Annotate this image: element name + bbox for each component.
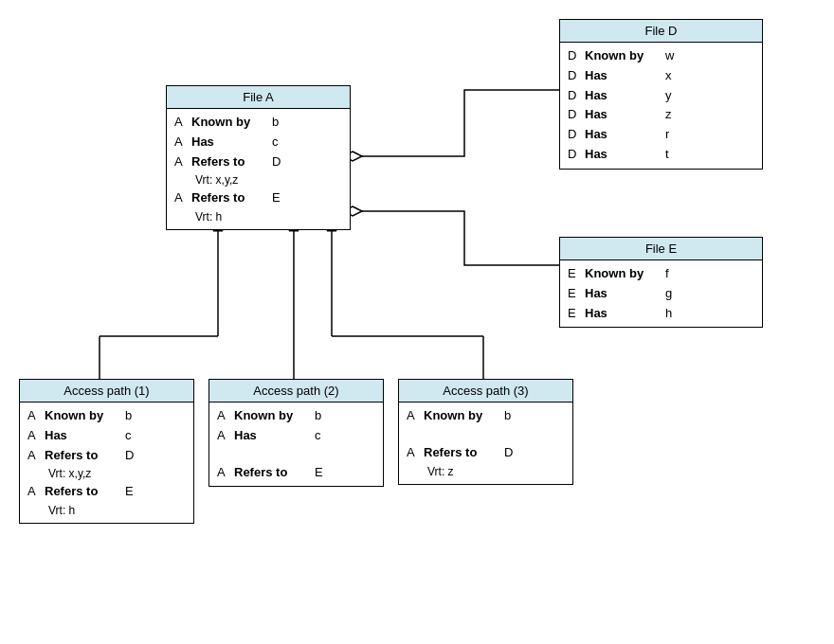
access-path-2-box: Access path (2) A Known by b A Has c A R… bbox=[208, 379, 384, 487]
table-row: A Refers to D bbox=[27, 446, 186, 466]
table-row: A Known by b bbox=[174, 113, 342, 133]
ap2-body: A Known by b A Has c A Refers to E bbox=[209, 402, 383, 486]
table-row: A Has c bbox=[217, 426, 375, 446]
ap1-header: Access path (1) bbox=[20, 380, 193, 402]
table-row: A Known by b bbox=[407, 406, 565, 426]
table-row: D Has t bbox=[568, 145, 754, 165]
line-a-to-d bbox=[362, 90, 559, 156]
ap3-header: Access path (3) bbox=[399, 380, 572, 402]
table-row: A Refers to E bbox=[27, 482, 186, 502]
table-row: E Has g bbox=[568, 284, 754, 304]
file-d-box: File D D Known by w D Has x D Has y D Ha… bbox=[559, 19, 763, 170]
file-e-body: E Known by f E Has g E Has h bbox=[560, 260, 762, 327]
file-a-box: File A A Known by b A Has c A Refers to … bbox=[166, 85, 351, 230]
file-a-header: File A bbox=[167, 86, 350, 109]
table-row: D Has z bbox=[568, 105, 754, 125]
sub-row: Vrt: x,y,z bbox=[174, 171, 342, 188]
sub-row: Vrt: h bbox=[27, 502, 186, 519]
table-row: A Refers to D bbox=[407, 443, 565, 463]
table-row: D Has x bbox=[568, 66, 754, 86]
table-row: D Has r bbox=[568, 125, 754, 145]
file-d-body: D Known by w D Has x D Has y D Has z D H bbox=[560, 43, 762, 169]
ap3-body: A Known by b A Refers to D Vrt: z bbox=[399, 402, 572, 484]
table-row: A Known by b bbox=[27, 406, 186, 426]
ap3-title: Access path (3) bbox=[443, 384, 528, 398]
table-row: A Refers to E bbox=[174, 188, 342, 208]
file-e-header: File E bbox=[560, 238, 762, 260]
table-row: A Known by b bbox=[217, 406, 375, 426]
line-a-to-e bbox=[362, 211, 559, 265]
table-row: D Known by w bbox=[568, 46, 754, 66]
ap1-title: Access path (1) bbox=[63, 384, 149, 398]
file-a-body: A Known by b A Has c A Refers to D Vrt: … bbox=[167, 109, 350, 229]
diagram-container: File A A Known by b A Has c A Refers to … bbox=[0, 0, 834, 644]
access-path-1-box: Access path (1) A Known by b A Has c A R… bbox=[19, 379, 194, 524]
sub-row: Vrt: z bbox=[407, 463, 565, 480]
file-e-title: File E bbox=[645, 242, 677, 256]
table-row: A Refers to E bbox=[217, 463, 375, 483]
file-a-title: File A bbox=[243, 90, 274, 104]
file-e-box: File E E Known by f E Has g E Has h bbox=[559, 237, 763, 328]
sub-row: Vrt: h bbox=[174, 208, 342, 225]
table-row: E Known by f bbox=[568, 264, 754, 284]
access-path-3-box: Access path (3) A Known by b A Refers to… bbox=[398, 379, 573, 485]
table-row: A Has c bbox=[174, 133, 342, 152]
table-row: A Has c bbox=[27, 426, 186, 446]
table-row: A Refers to D bbox=[174, 152, 342, 172]
ap2-header: Access path (2) bbox=[209, 380, 383, 402]
table-row: E Has h bbox=[568, 304, 754, 324]
sub-row: Vrt: x,y,z bbox=[27, 465, 186, 482]
file-d-title: File D bbox=[645, 24, 678, 38]
ap1-body: A Known by b A Has c A Refers to D Vrt: … bbox=[20, 402, 193, 523]
ap2-title: Access path (2) bbox=[253, 384, 338, 398]
table-row: D Has y bbox=[568, 86, 754, 106]
file-d-header: File D bbox=[560, 20, 762, 43]
